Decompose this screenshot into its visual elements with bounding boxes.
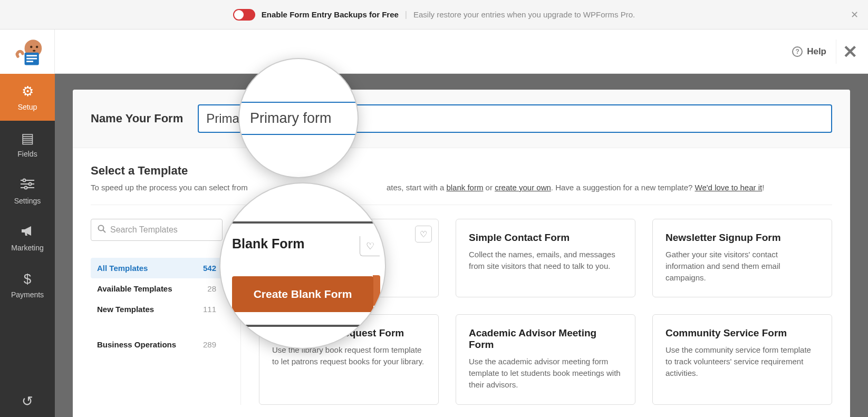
svg-point-13 (25, 187, 27, 189)
sidebar-item-marketing[interactable]: Marketing (0, 215, 55, 261)
category-all[interactable]: All Templates 542 (91, 258, 223, 278)
sidebar-item-setup[interactable]: ⚙ Setup (0, 74, 55, 121)
sidebar-item-payments[interactable]: $ Payments (0, 261, 55, 308)
template-description: To speed up the process you can select f… (91, 183, 832, 192)
svg-line-15 (103, 230, 106, 233)
template-title: Select a Template (91, 164, 832, 178)
sliders-icon (21, 177, 34, 193)
banner-light-text: Easily restore your entries when you upg… (413, 10, 635, 19)
close-button[interactable]: ✕ (836, 40, 857, 64)
category-business[interactable]: Business Operations 289 (91, 334, 223, 355)
gear-icon: ⚙ (22, 83, 34, 100)
search-templates-input[interactable] (91, 219, 223, 241)
category-available[interactable]: Available Templates 28 (91, 278, 223, 299)
svg-point-11 (23, 179, 26, 182)
history-icon: ↺ (22, 393, 33, 410)
svg-point-12 (29, 183, 32, 186)
name-label: Name Your Form (91, 112, 183, 125)
fields-icon: ▤ (21, 130, 34, 147)
template-sidebar: All Templates 542 Available Templates 28… (91, 219, 223, 405)
feedback-link[interactable]: We'd love to hear it (695, 183, 763, 192)
banner-bold-text: Enable Form Entry Backups for Free (262, 10, 399, 19)
create-own-link[interactable]: create your own (495, 183, 551, 192)
blank-form-link[interactable]: blank form (446, 183, 483, 192)
close-icon[interactable]: ✕ (851, 9, 859, 21)
sidebar-item-history[interactable]: ↺ (0, 386, 55, 417)
svg-point-3 (32, 50, 35, 52)
template-card-advisor[interactable]: Academic Advisor Meeting Form Use the ac… (456, 314, 635, 404)
help-button[interactable]: ? Help (792, 46, 826, 57)
create-blank-form-button[interactable]: Create Blank Form (232, 276, 373, 312)
svg-rect-7 (26, 61, 33, 62)
main-area: Name Your Form Select a Template To spee… (55, 74, 868, 417)
template-card-contact[interactable]: Simple Contact Form Collect the names, e… (456, 219, 635, 297)
svg-rect-6 (26, 58, 37, 60)
toggle-icon[interactable] (233, 9, 255, 21)
search-icon (98, 225, 106, 235)
logo[interactable] (0, 30, 55, 74)
category-new[interactable]: New Templates 111 (91, 299, 223, 319)
bullhorn-icon (21, 224, 34, 240)
favorite-icon[interactable]: ♡ (360, 236, 380, 256)
sidebar: ⚙ Setup ▤ Fields Settings Marketing $ Pa… (0, 74, 55, 417)
sidebar-item-fields[interactable]: ▤ Fields (0, 121, 55, 168)
name-form-section: Name Your Form (73, 90, 850, 148)
wpforms-logo-icon (12, 36, 43, 67)
sidebar-item-settings[interactable]: Settings (0, 168, 55, 215)
zoom-callout-name: Primary form (239, 59, 358, 177)
promo-banner: Enable Form Entry Backups for Free | Eas… (0, 0, 868, 30)
favorite-icon[interactable]: ♡ (415, 226, 432, 243)
help-icon: ? (792, 46, 803, 57)
header-bar: ? Help ✕ (55, 30, 868, 74)
svg-point-2 (35, 46, 38, 49)
svg-rect-5 (26, 55, 37, 56)
svg-point-1 (30, 46, 32, 49)
dollar-icon: $ (24, 271, 31, 287)
svg-point-14 (99, 226, 104, 231)
template-card-community[interactable]: Community Service Form Use the community… (652, 314, 832, 404)
template-card-newsletter[interactable]: Newsletter Signup Form Gather your site … (652, 219, 832, 297)
zoom-callout-blank: Blank Form ♡ Create Blank Form (220, 183, 385, 348)
